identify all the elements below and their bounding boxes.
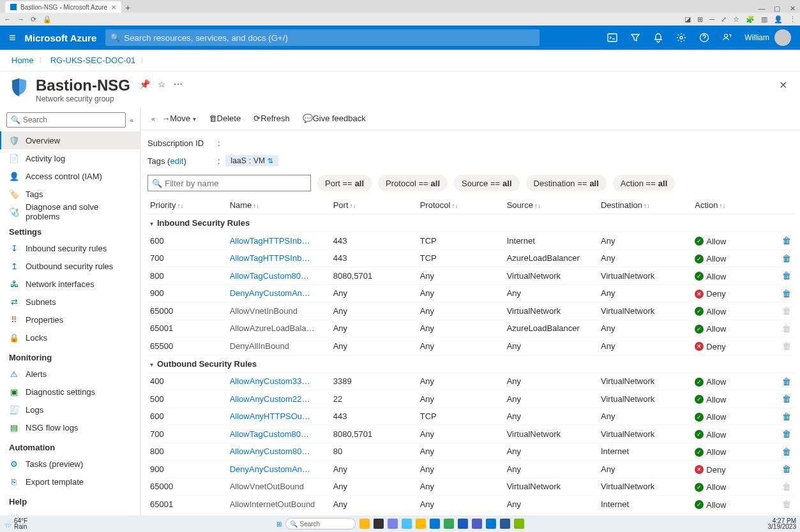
delete-rule-icon[interactable]: 🗑 (782, 429, 791, 439)
tab-close-icon[interactable]: ✕ (111, 4, 116, 11)
global-search-input[interactable] (124, 33, 534, 43)
nav-forward-icon[interactable]: → (17, 15, 24, 23)
filter-pill[interactable]: Protocol == all (378, 175, 448, 191)
filter-pill[interactable]: Source == all (454, 175, 519, 191)
sidebar-item[interactable]: ▣Diagnostic settings (0, 383, 140, 401)
filter-pill[interactable]: Action == all (613, 175, 675, 191)
ext-icon[interactable]: ⤢ (721, 15, 727, 24)
user-menu[interactable]: William (744, 29, 791, 46)
app-icon[interactable] (472, 519, 482, 529)
menu-icon[interactable]: ⋮ (789, 15, 796, 24)
crumb-home[interactable]: Home (11, 55, 34, 65)
delete-rule-icon[interactable]: 🗑 (782, 253, 791, 263)
window-minimize[interactable]: — (754, 4, 769, 13)
more-icon[interactable]: ⋯ (174, 79, 183, 89)
window-maximize[interactable]: ▢ (769, 4, 785, 13)
cloud-shell-icon[interactable] (607, 32, 618, 43)
sidebar-item[interactable]: 🏷️Tags (0, 185, 140, 203)
collapse-sidebar-icon[interactable]: « (130, 116, 133, 124)
app-icon[interactable] (444, 519, 454, 529)
close-blade-icon[interactable]: ✕ (776, 77, 790, 94)
filter-pill[interactable]: Port == all (317, 175, 372, 191)
crumb-rg[interactable]: RG-UKS-SEC-DOC-01 (50, 55, 136, 65)
sidebar-item[interactable]: ⚠Alerts (0, 365, 140, 383)
start-icon[interactable]: ⊞ (276, 521, 282, 528)
new-tab-button[interactable]: + (125, 3, 130, 13)
rules-section-row[interactable]: ▾Inbound Security Rules (147, 214, 794, 232)
clock[interactable]: 4:27 PM 3/19/2023 (768, 518, 801, 529)
filter-icon[interactable] (630, 32, 641, 43)
feedback-button[interactable]: 💬Give feedback (303, 114, 366, 123)
app-icon[interactable] (359, 519, 370, 529)
feedback-icon[interactable] (721, 32, 733, 43)
weather-widget[interactable]: 64°F Rain (14, 518, 27, 529)
settings-icon[interactable] (675, 32, 687, 43)
global-search[interactable]: 🔍 (105, 29, 540, 46)
delete-rule-icon[interactable]: 🗑 (782, 411, 791, 422)
pin-icon[interactable]: 📌 (139, 79, 150, 89)
rules-section-row[interactable]: ▾Outbound Security Rules (147, 355, 794, 373)
delete-button[interactable]: 🗑Delete (209, 114, 241, 123)
rule-name-link[interactable]: AllowTagCustom8080_5... (230, 429, 313, 439)
hamburger-icon[interactable]: ≡ (9, 31, 16, 45)
brand-label[interactable]: Microsoft Azure (25, 33, 97, 43)
scroll-left-icon[interactable]: « (151, 115, 155, 122)
browser-tab[interactable]: Bastion-NSG - Microsoft Azure ✕ (5, 1, 121, 13)
app-icon[interactable] (388, 519, 398, 529)
sidebar-item[interactable]: ▤NSG flow logs (0, 418, 140, 436)
notifications-icon[interactable] (653, 32, 664, 43)
rule-name-link[interactable]: AllowAnyCustom80Out... (230, 447, 313, 456)
sidebar-item[interactable]: 🩺Diagnose and solve problems (0, 203, 140, 221)
sidebar-search[interactable]: 🔍 (6, 112, 126, 128)
filter-name[interactable]: 🔍 (147, 175, 311, 191)
sidebar-item[interactable]: ⚙Tasks (preview) (0, 455, 140, 473)
col-priority[interactable]: Priority↑↓ (147, 196, 227, 214)
col-source[interactable]: Source↑↓ (504, 196, 598, 214)
refresh-button[interactable]: ⟳Refresh (253, 114, 290, 123)
delete-rule-icon[interactable]: 🗑 (782, 376, 791, 387)
extensions-icon[interactable]: 🧩 (746, 15, 755, 24)
ext-icon[interactable]: ▥ (761, 15, 767, 24)
taskbar-search[interactable]: 🔍 Search (285, 518, 356, 529)
rule-name-link[interactable]: AllowAnyCustom3389O... (230, 376, 313, 386)
edit-tags-link[interactable]: edit (170, 156, 183, 166)
move-button[interactable]: →Move ▾ (162, 114, 195, 123)
rule-name-link[interactable]: DenyAnyCustomAnyOut... (230, 464, 313, 474)
sidebar-item[interactable]: ↥Outbound security rules (0, 257, 140, 275)
weather-icon[interactable]: 🌧️ (4, 521, 11, 528)
app-icon[interactable] (458, 519, 468, 529)
delete-rule-icon[interactable]: 🗑 (782, 288, 791, 299)
help-icon[interactable] (698, 32, 710, 43)
sidebar-item[interactable]: 🧾Logs (0, 401, 140, 418)
nav-back-icon[interactable]: ← (4, 15, 11, 23)
delete-rule-icon[interactable]: 🗑 (782, 235, 791, 246)
col-protocol[interactable]: Protocol↑↓ (418, 196, 504, 214)
profile-icon[interactable]: 👤 (774, 15, 783, 24)
sidebar-item[interactable]: 🔒Locks (0, 329, 140, 346)
app-icon[interactable] (486, 519, 496, 529)
delete-rule-icon[interactable]: 🗑 (782, 464, 791, 474)
sidebar-item[interactable]: 👤Access control (IAM) (0, 167, 140, 185)
col-name[interactable]: Name↑↓ (227, 196, 331, 214)
ext-icon[interactable]: ─ (709, 15, 714, 24)
delete-rule-icon[interactable]: 🗑 (782, 270, 791, 281)
window-close[interactable]: ✕ (785, 4, 800, 13)
rule-name-link[interactable]: AllowTagHTTPSInbound... (230, 236, 313, 246)
sidebar-item[interactable]: ⇄Subnets (0, 293, 140, 311)
ext-icon[interactable]: ☆ (733, 15, 739, 24)
tag-chip[interactable]: IaaS : VM ⇅ (225, 155, 278, 166)
col-action[interactable]: Action↑↓ (692, 196, 772, 214)
col-port[interactable]: Port↑↓ (331, 196, 418, 214)
ext-icon[interactable]: ⊞ (697, 15, 703, 24)
delete-rule-icon[interactable]: 🗑 (782, 394, 791, 404)
sidebar-item[interactable]: ⎘Export template (0, 473, 140, 491)
star-icon[interactable]: ☆ (158, 79, 166, 89)
nav-refresh-icon[interactable]: ⟳ (31, 15, 36, 24)
rule-name-link[interactable]: DenyAnyCustomAnyInb... (230, 288, 313, 298)
sidebar-item[interactable]: ⠿Properties (0, 311, 140, 329)
rule-name-link[interactable]: AllowAnyHTTPSOutbou... (230, 411, 313, 421)
sidebar-item[interactable]: 🛡️Overview (0, 131, 140, 149)
sidebar-search-input[interactable] (23, 115, 121, 124)
ext-icon[interactable]: ◪ (684, 15, 691, 24)
app-icon[interactable] (430, 519, 440, 529)
